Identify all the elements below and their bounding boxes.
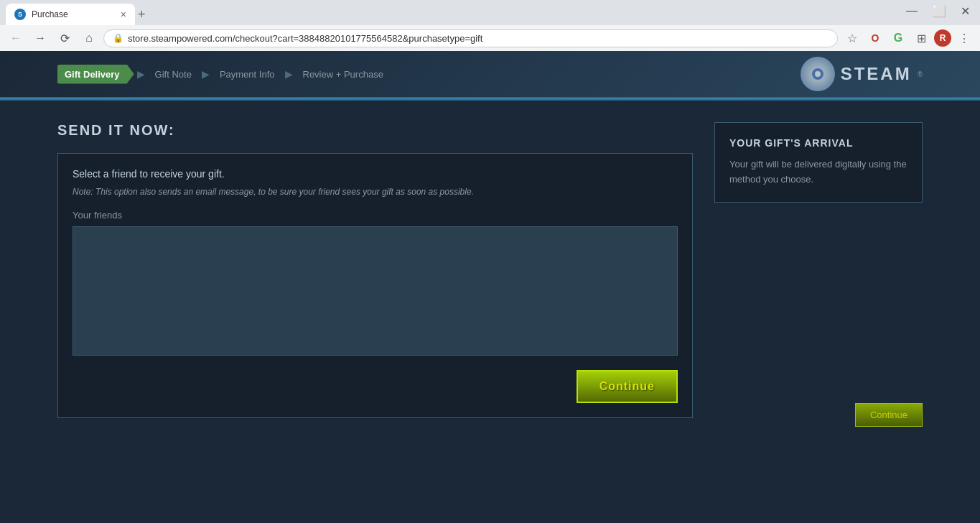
home-button[interactable]: ⌂ [79,28,99,48]
opera-button[interactable]: O [865,28,885,48]
tab-title: Purchase [32,9,115,19]
close-button[interactable]: ✕ [956,3,974,19]
steam-logo-text: STEAM [841,64,912,84]
main-wrapper: SEND IT NOW: Select a friend to receive … [0,101,980,440]
steam-logo-trademark: ® [918,70,923,78]
continue-tooltip-button[interactable]: Continue [855,403,923,427]
browser-chrome: S Purchase × + — ⬜ ✕ ← → ⟳ ⌂ 🔒 store.ste… [0,0,980,51]
extensions-button[interactable]: ⊞ [911,28,931,48]
browser-actions: ☆ O G ⊞ R ⋮ [842,28,974,48]
arrival-text: Your gift will be delivered digitally us… [729,157,907,188]
profile-button[interactable]: R [934,29,951,47]
step-gift-delivery: Gift Delivery [57,65,134,84]
step-review-purchase: Review + Purchase [296,65,391,84]
select-note: Note: This option also sends an email me… [73,185,678,198]
new-tab-button[interactable]: + [138,7,146,22]
arrival-title: YOUR GIFT'S ARRIVAL [729,137,907,149]
address-bar: ← → ⟳ ⌂ 🔒 store.steampowered.com/checkou… [0,25,980,51]
url-text: store.steampowered.com/checkout?cart=388… [128,33,482,44]
step-gift-note: Gift Note [148,65,199,84]
continue-button[interactable]: Continue [577,370,678,403]
back-button[interactable]: ← [6,28,26,48]
arrow-3: ▶ [285,68,293,80]
section-title: SEND IT NOW: [57,122,693,139]
svg-point-2 [815,71,821,77]
steam-logo-svg [806,63,829,85]
select-friend-text: Select a friend to receive your gift. [73,168,678,180]
title-bar: S Purchase × + — ⬜ ✕ [0,0,980,25]
step-gift-note-label: Gift Note [148,65,199,84]
step-payment-info: Payment Info [213,65,282,84]
steam-header: Gift Delivery ▶ Gift Note ▶ Payment Info… [0,51,980,98]
steam-logo: STEAM ® [801,57,923,91]
step-payment-info-label: Payment Info [213,65,282,84]
lock-icon: 🔒 [113,33,123,43]
vpn-button[interactable]: G [888,28,908,48]
maximize-button[interactable]: ⬜ [928,3,951,19]
step-review-purchase-label: Review + Purchase [296,65,391,84]
your-friends-label: Your friends [73,210,678,221]
arrow-1: ▶ [137,68,145,80]
minimize-button[interactable]: — [902,3,922,19]
steam-logo-icon [801,57,835,91]
main-content: SEND IT NOW: Select a friend to receive … [0,101,980,440]
menu-button[interactable]: ⋮ [954,28,974,48]
tab-favicon: S [14,9,26,20]
continue-btn-container: Continue [73,370,678,403]
right-panel: YOUR GIFT'S ARRIVAL Your gift will be de… [714,122,923,418]
forward-button[interactable]: → [30,28,50,48]
arrival-box: YOUR GIFT'S ARRIVAL Your gift will be de… [714,122,923,203]
window-controls: — ⬜ ✕ [902,3,974,19]
bookmark-button[interactable]: ☆ [842,28,862,48]
tab-close-button[interactable]: × [121,9,126,19]
arrow-2: ▶ [202,68,210,80]
checkout-steps: Gift Delivery ▶ Gift Note ▶ Payment Info… [57,65,801,84]
left-panel: SEND IT NOW: Select a friend to receive … [57,122,693,418]
steam-page: Gift Delivery ▶ Gift Note ▶ Payment Info… [0,51,980,440]
friends-list[interactable] [73,226,678,356]
friend-select-box: Select a friend to receive your gift. No… [57,153,693,418]
refresh-button[interactable]: ⟳ [55,28,75,48]
url-bar[interactable]: 🔒 store.steampowered.com/checkout?cart=3… [103,29,838,47]
browser-tab[interactable]: S Purchase × [6,4,135,25]
step-gift-delivery-label: Gift Delivery [57,65,134,84]
